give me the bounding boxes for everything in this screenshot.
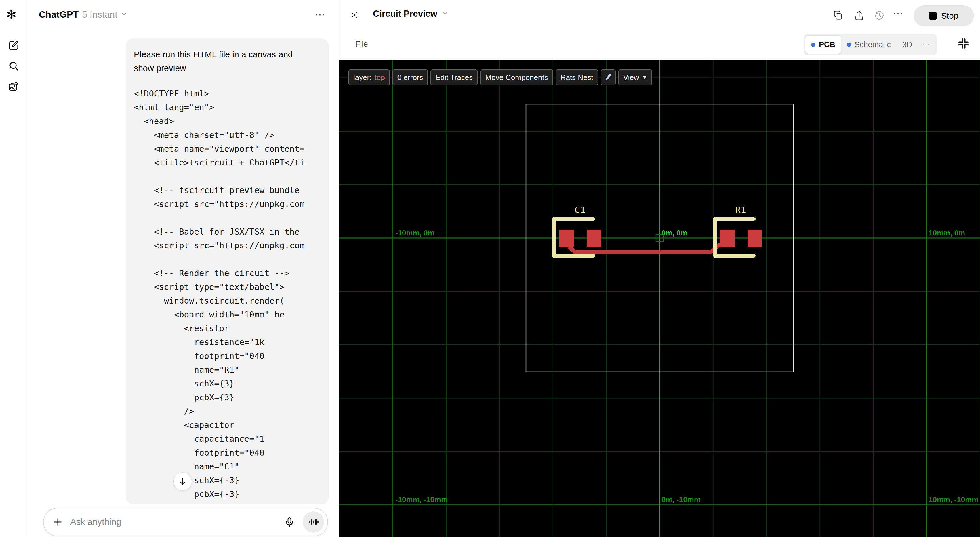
pcb-toolbar: layer: top 0 errors Edit Traces Move Com…: [348, 69, 652, 86]
app-title: ChatGPT: [39, 9, 78, 20]
message-text-line: Please run this HTML file in a canvas an…: [134, 48, 321, 61]
r1-pad-2[interactable]: [748, 229, 762, 247]
user-message-bubble: Please run this HTML file in a canvas an…: [126, 38, 329, 505]
coord-label-left-bottom: -10mm, -10mm: [395, 495, 448, 504]
code-line: [134, 169, 321, 183]
code-line: schX={3}: [134, 377, 321, 390]
layer-value: top: [375, 73, 385, 82]
microphone-icon[interactable]: [284, 516, 295, 528]
caret-down-icon: ▼: [642, 75, 648, 81]
code-line: footprint="040: [134, 446, 321, 460]
history-icon[interactable]: [874, 10, 885, 21]
message-text-line: show preview: [134, 61, 321, 75]
close-icon[interactable]: [350, 10, 359, 19]
view-tabs: PCB Schematic 3D ⋯: [803, 34, 937, 55]
coordinate-labels: -10mm, 0m 0m, 0m 10mm, 0m -10mm, -10mm 0…: [395, 228, 978, 504]
coord-label-bottom-mid: 0m, -10mm: [662, 495, 701, 504]
collapse-icon[interactable]: [957, 37, 970, 50]
search-icon[interactable]: [8, 61, 19, 72]
preview-title: Circuit Preview: [373, 9, 438, 19]
coord-label-right-mid: 10mm, 0m: [929, 228, 965, 237]
tab-3d[interactable]: 3D: [897, 36, 918, 54]
copy-icon[interactable]: [833, 10, 843, 21]
layer-label: layer:: [353, 73, 372, 82]
pcb-canvas[interactable]: C1 R1 -10mm, 0m 0m, 0m: [339, 60, 980, 537]
model-selector[interactable]: 5 Instant: [82, 9, 118, 20]
r1-ref-label: R1: [735, 205, 746, 215]
c1-pad-2[interactable]: [587, 229, 601, 247]
view-label: View: [623, 73, 640, 82]
r1-pad-1[interactable]: [720, 229, 735, 247]
tabs-more-button[interactable]: ⋯: [918, 40, 935, 49]
blue-dot-icon: [811, 43, 815, 47]
code-line: footprint="040: [134, 349, 321, 363]
code-line: <resistor: [134, 322, 321, 335]
code-line: <!-- tscircuit preview bundle: [134, 183, 321, 197]
errors-button[interactable]: 0 errors: [393, 69, 428, 86]
code-line: pcbX={-3}: [134, 487, 321, 501]
code-line: <html lang="en">: [134, 100, 321, 114]
coord-label-right-bottom: 10mm, -10mm: [929, 495, 978, 504]
conversation-more-button[interactable]: ⋯: [315, 9, 325, 20]
code-line: <script src="https://unpkg.com: [134, 239, 321, 252]
tab-pcb[interactable]: PCB: [805, 36, 841, 54]
rats-nest-button[interactable]: Rats Nest: [555, 69, 598, 86]
tab-3d-label: 3D: [902, 40, 912, 49]
sidebar: ✻: [0, 0, 27, 537]
code-line: <script src="https://unpkg.com: [134, 197, 321, 211]
code-line: window.tscircuit.render(: [134, 294, 321, 308]
scroll-to-bottom-button[interactable]: [173, 472, 192, 491]
code-line: <script type="text/babel">: [134, 280, 321, 294]
library-icon[interactable]: [8, 81, 19, 92]
circuit-preview-panel: Circuit Preview ⋯ Stop File: [339, 0, 980, 537]
pencil-icon: [604, 73, 612, 82]
attach-plus-icon[interactable]: [52, 516, 63, 527]
code-line: /: [134, 501, 321, 505]
app-root: ✻ ChatGPT 5 Instant: [0, 0, 980, 537]
coord-label-origin: 0m, 0m: [662, 228, 687, 237]
preview-more-button[interactable]: ⋯: [893, 8, 904, 19]
share-icon[interactable]: [854, 10, 864, 21]
code-line: name="C1": [134, 460, 321, 473]
code-line: />: [134, 404, 321, 418]
message-code-block: <!DOCTYPE html><html lang="en"> <head> <…: [134, 87, 321, 505]
file-menu[interactable]: File: [355, 40, 368, 49]
blue-dot-icon: [847, 43, 851, 47]
code-line: [134, 211, 321, 225]
stop-button[interactable]: Stop: [913, 5, 974, 26]
c1-pad-1[interactable]: [559, 229, 574, 247]
stop-label: Stop: [941, 11, 958, 21]
code-line: <!-- Babel for JSX/TSX in the: [134, 225, 321, 239]
code-line: <!-- Render the circuit -->: [134, 266, 321, 280]
pcb-component-r1[interactable]: R1: [713, 205, 762, 258]
chat-composer[interactable]: [43, 508, 328, 536]
code-line: capacitance="1: [134, 432, 321, 446]
code-line: <meta name="viewport" content=: [134, 142, 321, 156]
chat-panel: ChatGPT 5 Instant ⋯ Please run this HTML…: [27, 0, 339, 537]
openai-logo-icon: ✻: [6, 9, 16, 21]
code-line: <!DOCTYPE html>: [134, 87, 321, 100]
code-line: name="R1": [134, 363, 321, 377]
tab-pcb-label: PCB: [819, 40, 835, 49]
edit-traces-button[interactable]: Edit Traces: [430, 69, 477, 86]
message-input[interactable]: [70, 517, 284, 527]
tab-schematic[interactable]: Schematic: [841, 36, 897, 54]
code-line: <head>: [134, 114, 321, 128]
view-button[interactable]: View ▼: [618, 69, 652, 86]
chevron-down-icon: [441, 10, 449, 18]
pcb-component-c1[interactable]: C1: [552, 205, 601, 258]
c1-ref-label: C1: [574, 205, 585, 215]
code-line: <meta charset="utf-8" />: [134, 128, 321, 142]
code-line: <board width="10mm" he: [134, 308, 321, 322]
layer-button[interactable]: layer: top: [348, 69, 390, 86]
code-line: resistance="1k: [134, 335, 321, 349]
voice-mode-button[interactable]: [303, 512, 324, 533]
edit-pencil-button[interactable]: [601, 69, 616, 86]
new-chat-icon[interactable]: [8, 40, 19, 51]
waveform-icon: [307, 516, 319, 528]
code-line: [134, 252, 321, 266]
code-line: pcbX={3}: [134, 390, 321, 404]
chevron-down-icon: [120, 10, 128, 19]
preview-title-dropdown[interactable]: Circuit Preview: [373, 9, 449, 19]
move-components-button[interactable]: Move Components: [480, 69, 553, 86]
